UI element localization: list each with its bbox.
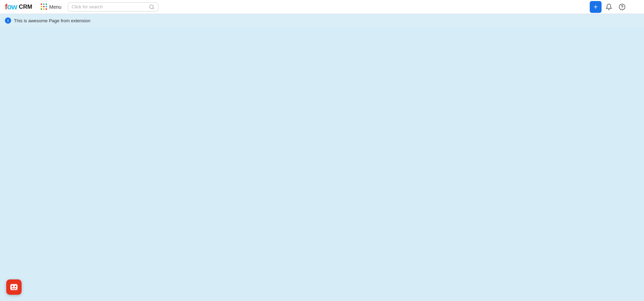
chatbot-face-icon (9, 282, 19, 292)
logo-ow-letters: ow (7, 2, 17, 11)
navbar-right: + (590, 1, 641, 13)
menu-button[interactable]: Menu (37, 2, 65, 11)
svg-point-5 (11, 286, 13, 287)
help-button[interactable] (616, 1, 628, 13)
search-placeholder-text: Click for search (72, 4, 147, 9)
logo[interactable]: fow CRM (3, 2, 34, 11)
help-icon (619, 3, 626, 10)
main-content (0, 27, 644, 301)
chatbot-button[interactable] (6, 279, 22, 295)
svg-line-1 (153, 8, 154, 9)
grid-icon (41, 3, 47, 10)
avatar-placeholder (629, 1, 641, 13)
svg-point-6 (15, 286, 16, 287)
menu-label: Menu (49, 4, 62, 10)
info-message: This is awesome Page from extension (14, 18, 90, 23)
add-button[interactable]: + (590, 1, 602, 13)
plus-icon: + (594, 3, 598, 10)
logo-fow: fow (5, 2, 17, 11)
search-icon (149, 4, 154, 10)
bell-icon (605, 3, 612, 10)
notifications-button[interactable] (603, 1, 615, 13)
search-box[interactable]: Click for search (68, 2, 158, 11)
info-icon: i (5, 17, 11, 24)
navbar: fow CRM Menu Click for search + (0, 0, 644, 14)
logo-crm-text: CRM (19, 3, 32, 10)
info-bar: i This is awesome Page from extension (0, 14, 644, 27)
